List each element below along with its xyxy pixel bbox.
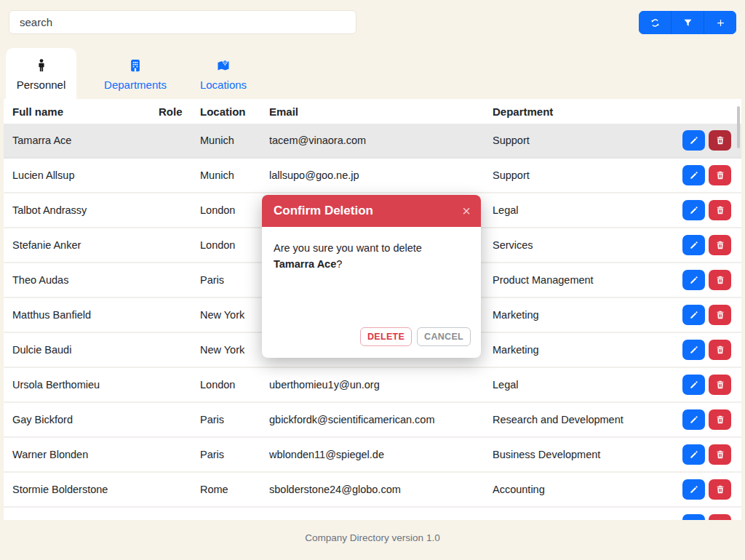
- cell-department: Support: [493, 169, 677, 181]
- plus-icon: [715, 17, 726, 28]
- table-row[interactable]: Tamarra Ace Munich tacem@vinaora.com Sup…: [4, 124, 741, 159]
- table-row[interactable]: Lucien Allsup Munich lallsupo@goo.ne.jp …: [4, 159, 741, 193]
- table-row[interactable]: Stormie Bolderstone Rome sbolderstone24@…: [4, 473, 741, 508]
- table-scrollbar[interactable]: [737, 106, 740, 148]
- tab-locations[interactable]: Locations: [190, 48, 257, 99]
- delete-button[interactable]: [709, 235, 731, 255]
- cell-location: Paris: [200, 274, 269, 286]
- cell-department: Research and Development: [493, 414, 677, 425]
- delete-button[interactable]: [709, 479, 731, 500]
- trash-icon: [715, 519, 725, 520]
- pencil-icon: [689, 170, 699, 180]
- delete-button[interactable]: [709, 200, 731, 220]
- cell-full-name: Matthus Banfield: [12, 309, 159, 321]
- filter-button[interactable]: [672, 11, 704, 34]
- cell-full-name: Talbot Andrassy: [12, 204, 159, 216]
- delete-button[interactable]: [709, 340, 731, 360]
- filter-icon: [682, 17, 693, 28]
- modal-footer: DELETE CANCEL: [262, 327, 481, 358]
- pencil-icon: [689, 310, 699, 320]
- table-row[interactable]: Gay Bickford Paris gbickfordk@scientific…: [4, 403, 741, 438]
- add-button[interactable]: [704, 11, 736, 34]
- edit-button[interactable]: [682, 340, 705, 360]
- edit-button[interactable]: [682, 514, 705, 520]
- cell-location: New York: [200, 309, 269, 321]
- edit-button[interactable]: [682, 479, 705, 500]
- edit-button[interactable]: [682, 409, 705, 430]
- cell-email: gbickfordk@scientificamerican.com: [269, 414, 493, 425]
- table-row[interactable]: [4, 508, 741, 520]
- search-input[interactable]: [9, 10, 356, 34]
- delete-button[interactable]: [709, 409, 731, 430]
- column-header-department: Department: [493, 105, 677, 118]
- delete-button[interactable]: [709, 514, 731, 520]
- close-icon[interactable]: ×: [462, 204, 471, 218]
- delete-button[interactable]: [709, 130, 731, 151]
- trash-icon: [715, 205, 725, 215]
- cell-location: London: [200, 204, 269, 216]
- tab-bar: Personnel Departments: [6, 48, 257, 99]
- edit-button[interactable]: [682, 130, 705, 151]
- tab-personnel[interactable]: Personnel: [6, 48, 76, 99]
- pencil-icon: [689, 345, 699, 355]
- delete-button[interactable]: [709, 165, 731, 185]
- modal-target-name: Tamarra Ace: [274, 258, 336, 270]
- app-footer: Company Directory version 1.0: [0, 532, 745, 543]
- pencil-icon: [689, 449, 699, 460]
- tab-departments[interactable]: Departments: [92, 48, 178, 99]
- pencil-icon: [689, 380, 699, 390]
- table-header: Full name Role Location Email Department: [4, 99, 741, 124]
- cell-department: Accounting: [493, 484, 677, 495]
- cell-department: Support: [493, 135, 677, 146]
- confirm-delete-button[interactable]: DELETE: [360, 327, 412, 346]
- cell-location: Munich: [200, 169, 269, 181]
- edit-button[interactable]: [682, 305, 705, 325]
- cell-department: Legal: [493, 379, 677, 391]
- cell-email: lallsupo@goo.ne.jp: [269, 169, 493, 181]
- pencil-icon: [689, 275, 699, 285]
- cell-department: Services: [493, 239, 677, 251]
- trash-icon: [715, 240, 725, 250]
- delete-button[interactable]: [709, 305, 731, 325]
- trash-icon: [715, 484, 725, 495]
- refresh-button[interactable]: [639, 11, 671, 34]
- delete-button[interactable]: [709, 444, 731, 465]
- cell-department: Marketing: [493, 309, 677, 321]
- modal-message-suffix: ?: [336, 258, 342, 270]
- cell-department: Product Management: [493, 274, 677, 286]
- trash-icon: [715, 170, 725, 180]
- tab-departments-label: Departments: [104, 79, 167, 91]
- cell-full-name: Warner Blonden: [12, 449, 159, 460]
- building-icon: [128, 57, 143, 74]
- cell-location: Paris: [200, 449, 269, 460]
- table-row[interactable]: Warner Blonden Paris wblonden11@spiegel.…: [4, 438, 741, 473]
- edit-button[interactable]: [682, 165, 705, 185]
- edit-button[interactable]: [682, 235, 705, 255]
- cell-full-name: Stormie Bolderstone: [12, 484, 159, 495]
- cell-email: sbolderstone24@globo.com: [269, 484, 493, 495]
- cell-full-name: Gay Bickford: [12, 414, 159, 425]
- cell-location: London: [200, 379, 269, 391]
- cancel-button[interactable]: CANCEL: [417, 327, 471, 346]
- trash-icon: [715, 310, 725, 320]
- delete-button[interactable]: [709, 270, 731, 290]
- cell-location: Munich: [200, 135, 269, 146]
- pencil-icon: [689, 240, 699, 250]
- cell-email: tacem@vinaora.com: [269, 135, 493, 146]
- edit-button[interactable]: [682, 200, 705, 220]
- column-header-email: Email: [269, 105, 493, 118]
- toolbar: [639, 11, 736, 34]
- delete-button[interactable]: [709, 375, 731, 395]
- edit-button[interactable]: [682, 444, 705, 465]
- table-row[interactable]: Ursola Berthomieu London uberthomieu1y@u…: [4, 368, 741, 403]
- edit-button[interactable]: [682, 270, 705, 290]
- column-header-role: Role: [159, 105, 200, 118]
- pencil-icon: [689, 205, 699, 215]
- tab-personnel-label: Personnel: [17, 79, 66, 91]
- modal-message: Are you sure you want to delete Tamarra …: [262, 227, 481, 286]
- refresh-icon: [650, 17, 661, 28]
- edit-button[interactable]: [682, 375, 705, 395]
- cell-department: Business Development: [493, 449, 677, 460]
- modal-title: Confirm Deletion: [274, 204, 373, 218]
- cell-email: wblonden11@spiegel.de: [269, 449, 493, 460]
